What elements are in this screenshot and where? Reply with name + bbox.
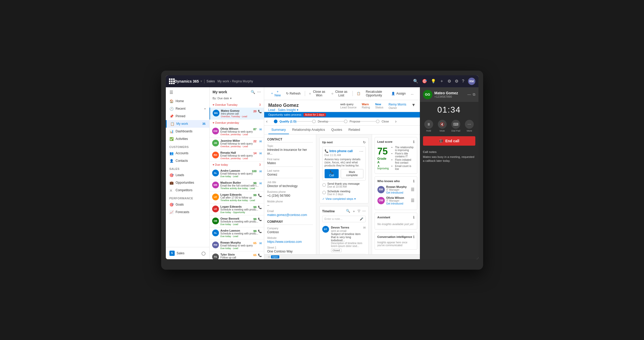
work-item-logan2[interactable]: LE Logan Edwards Schedule a meeting with… [210,203,264,215]
wkw-info-icon[interactable]: ℹ [413,179,414,183]
help-icon[interactable]: ? [462,79,464,84]
tab-related[interactable]: Related [345,126,363,134]
process-prev[interactable]: ‹ [264,119,270,124]
sidebar-item-recent[interactable]: 🕐 Recent ▾ [166,105,209,113]
my-work-search-icon[interactable]: 🔍 [251,90,255,94]
my-work-filter[interactable]: By: Due date ▾ [210,96,264,102]
assign-button[interactable]: 👤 Assign [389,91,408,96]
subtitle-chevron[interactable]: ▾ [297,108,298,112]
mark-complete-button[interactable]: Mark complete [341,169,363,178]
nav-chevron[interactable]: ▾ [200,79,202,83]
work-item-rowan[interactable]: RM Rowan Murphy Email followup to web qu… [210,239,264,251]
work-item-mateo[interactable]: MG Mateo Gomez Intro phone call Overdue,… [210,108,264,120]
close-as-lost-button[interactable]: ○ Close as Lost [329,89,350,98]
sidebar-app-sales[interactable]: S Sales ◯ [166,249,209,258]
work-item-andre[interactable]: AL Andre Lawson Email followup to web qu… [210,168,264,180]
sidebar-item-leads[interactable]: 🎯 Leads [166,171,209,179]
expand-icon[interactable]: ▼ [412,103,416,107]
work-item-olivia[interactable]: OW Olivia Wilson Email followup to web q… [210,126,264,138]
field-email[interactable]: Email mateo.gomez@contoso.com [267,210,313,217]
assistant-info-icon[interactable]: ℹ [413,215,414,219]
field-jobtitle[interactable]: Job title Director of technology [267,181,313,188]
field-website[interactable]: Website https://www.contoso.com [267,237,313,244]
timeline-add-icon[interactable]: ＋ [352,209,356,214]
timeline-note-input[interactable]: Enter a note... 🎤 [322,216,366,222]
up-next-refresh-icon[interactable]: ↻ [363,140,366,144]
work-item-madison[interactable]: MB Madison Butler Email the the full con… [210,180,264,191]
bulb-icon[interactable]: 💡 [431,79,436,84]
tab-relationship[interactable]: Relationship Analytics [289,126,328,134]
conv-int-info-icon[interactable]: ℹ [413,235,414,239]
view-completed-link[interactable]: ✓ View completed steps ▾ [322,197,366,201]
refresh-button[interactable]: ↻ Refresh [284,91,303,96]
sidebar-item-contacts[interactable]: 👤 Contacts [166,157,209,165]
call-button[interactable]: 📞 Call [325,169,339,178]
up-next-more-icon[interactable]: ⋯ [359,149,363,154]
timeline-more-icon[interactable]: ⋯ [362,209,366,214]
work-item-andre2[interactable]: AL Andre Lawson Schedule a meeting with … [210,227,264,239]
field-street[interactable]: Street 1 One Contoso Way [267,246,313,253]
sidebar-item-activities[interactable]: ✅ Activities [166,135,209,143]
field-lastname[interactable]: Last name Gomez [267,169,313,178]
wkw-olivia-link[interactable]: Get introduced [386,202,409,205]
process-next[interactable]: › [393,119,399,124]
field-firstname[interactable]: First name Mateo [267,158,313,167]
sidebar-item-competitors[interactable]: ⚔ Competitors [166,187,209,194]
phone-expand-icon[interactable]: ⧉ [473,92,475,97]
tab-summary[interactable]: Summary [268,126,289,134]
filter-icon[interactable]: ⚙ [447,79,451,84]
field-mobilephone[interactable]: Mobile phone -- [267,200,313,207]
mute-button[interactable]: 🔇 Mute [437,120,448,132]
stage-develop[interactable]: Develop [312,120,328,123]
owner-link[interactable]: Remy Morris [389,103,406,106]
sales-chevron[interactable]: ◯ [201,251,206,255]
sidebar-item-home[interactable]: 🏠 Home [166,97,209,105]
target-icon[interactable]: 🎯 [422,79,427,84]
user-avatar[interactable]: RM [468,78,475,85]
status-open[interactable]: □ Open [268,255,279,258]
field-company[interactable]: Company Contoso [267,227,313,234]
hold-button[interactable]: ⏸ Hold [423,120,434,132]
timeline-search-icon[interactable]: 🔍 [346,209,350,214]
timeline-filter-icon[interactable]: ▽ [358,209,360,214]
sidebar-item-mywork[interactable]: 📋 My work 35 [166,120,209,128]
work-item-logan1[interactable]: LE Logan Edwards Call after 17:00 to fol… [210,191,264,203]
sidebar-item-forecasts[interactable]: 📈 Forecasts [166,208,209,216]
wkw-rowan-link[interactable]: Get introduced [386,191,409,194]
option-thank-you[interactable]: Send thank you message Due at 10:00 AM [322,182,366,188]
sidebar-hamburger[interactable]: ☰ [166,87,209,97]
sidebar-item-dashboards[interactable]: 📊 Dashboards [166,128,209,135]
sidebar-item-opportunities[interactable]: 💼 Opportunities [166,179,209,187]
search-icon[interactable]: 🔍 [413,79,418,84]
my-work-more-icon[interactable]: ⋯ [257,90,261,94]
work-item-jasmine[interactable]: JM Jasmine Miller Email followup to web … [210,138,264,150]
field-bizphone[interactable]: Business phone +1 (234) 567890 [267,190,313,197]
work-item-tyler[interactable]: TS Tyler Stein Follow up call Due today … [210,251,264,259]
add-icon[interactable]: ＋ [440,78,444,84]
dialpad-button[interactable]: ⌨ Dial Pad [450,120,462,132]
sidebar-item-goals[interactable]: 🎯 Goals [166,201,209,208]
mic-icon[interactable]: 🎤 [360,217,363,221]
radio-thank-you[interactable] [322,183,326,187]
sidebar-item-accounts[interactable]: 👥 Accounts [166,150,209,157]
more-ctrl-button[interactable]: ⋯ More [464,120,475,132]
work-item-omar[interactable]: OB Omar Bennett Schedule a meeting with … [210,215,264,227]
settings-icon[interactable]: ⚙ [455,79,458,84]
stage-propose[interactable]: Propose [344,120,360,123]
recalculate-button[interactable]: 📋 Recalculate Opportunity [355,89,388,98]
close-as-won-button[interactable]: ○ Close as Won [307,89,328,98]
app-launcher-icon[interactable] [169,78,175,84]
lead-score-info-icon[interactable]: ℹ [413,140,414,144]
sidebar-item-pinned[interactable]: 📌 Pinned [166,113,209,120]
more-button[interactable]: ... [409,91,415,96]
stage-qualify[interactable]: Qualify (1 D) [274,120,296,123]
tab-quotes[interactable]: Quotes [328,126,345,134]
work-item-renata[interactable]: RH Renata Hall Email followup to web que… [210,150,264,162]
new-button[interactable]: ＋ + New [268,89,283,98]
wkw-rowan-menu[interactable]: ☰ [411,187,414,192]
option-schedule-meeting[interactable]: Schedule meeting Due in 2 days [322,190,366,196]
end-call-button[interactable]: 📵 End call [423,136,475,146]
stage-close[interactable]: Close [376,120,389,123]
phone-minimize-icon[interactable]: — [468,92,471,97]
wkw-olivia-menu[interactable]: ☰ [411,198,414,203]
